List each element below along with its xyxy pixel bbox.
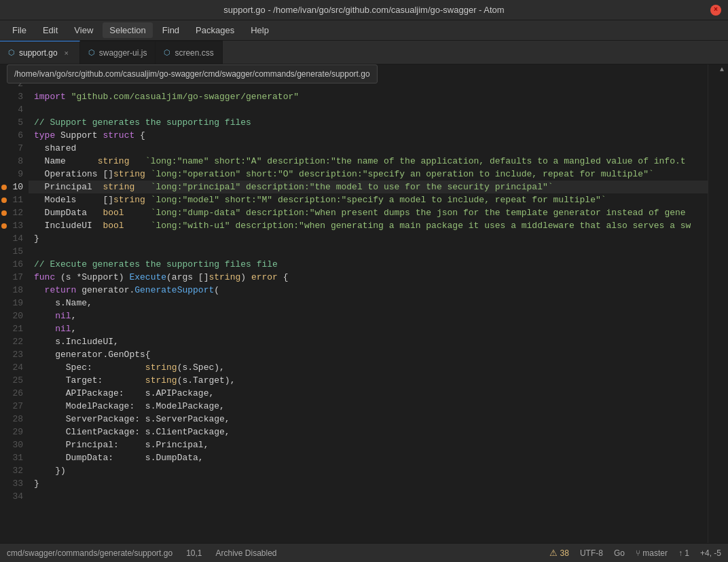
line-num-11: 11 xyxy=(0,193,23,206)
code-line-21: nil, xyxy=(29,322,708,335)
tab-screen-css[interactable]: ⬡ screen.css xyxy=(156,41,222,64)
code-line-24: Spec: string(s.Spec), xyxy=(29,361,708,374)
code-area: package generate import "github.com/casu… xyxy=(29,64,708,543)
breakpoint-dot-10 xyxy=(1,185,7,190)
menu-edit[interactable]: Edit xyxy=(36,22,65,38)
code-line-19: s.Name, xyxy=(29,297,708,310)
editor-wrapper: 1 2 3 4 5 6 7 8 9 10 11 12 13 xyxy=(0,64,728,543)
menu-help[interactable]: Help xyxy=(244,22,276,38)
line-num-16: 16 xyxy=(0,258,23,271)
menu-file[interactable]: File xyxy=(5,22,33,38)
menu-find[interactable]: Find xyxy=(156,22,186,38)
titlebar: support.go - /home/ivan/go/src/github.co… xyxy=(0,0,728,20)
code-line-29: ClientPackage: s.ClientPackage, xyxy=(29,426,708,438)
code-line-22: s.IncludeUI, xyxy=(29,335,708,348)
menu-packages[interactable]: Packages xyxy=(189,22,241,38)
line-num-17: 17 xyxy=(0,271,23,284)
line-num-32: 32 xyxy=(0,464,23,477)
tab-label-swagger-ui-js: swagger-ui.js xyxy=(99,48,147,58)
line-num-28: 28 xyxy=(0,413,23,426)
line-num-5: 5 xyxy=(0,116,23,129)
code-line-16: // Execute generates the supporting file… xyxy=(29,258,708,271)
statusbar-up-info: ↑ 1 xyxy=(678,548,689,558)
menu-view[interactable]: View xyxy=(67,22,100,38)
js-file-icon: ⬡ xyxy=(88,48,95,57)
line-num-15: 15 xyxy=(0,245,23,258)
code-line-32: }) xyxy=(29,464,708,477)
statusbar-archive: Archive Disabled xyxy=(216,548,277,558)
code-line-31: DumpData: s.DumpData, xyxy=(29,451,708,464)
close-button[interactable]: × xyxy=(710,5,721,16)
code-line-11: Models []string `long:"model" short:"M" … xyxy=(29,193,708,206)
code-line-5: // Support generates the supporting file… xyxy=(29,116,708,129)
line-num-21: 21 xyxy=(0,322,23,335)
line-num-23: 23 xyxy=(0,348,23,361)
statusbar-filepath: cmd/swagger/commands/generate/support.go xyxy=(7,548,172,558)
code-line-34 xyxy=(29,490,708,503)
warning-icon: ⚠ xyxy=(549,548,558,558)
line-num-20: 20 xyxy=(0,310,23,322)
line-num-13: 13 xyxy=(0,219,23,232)
statusbar-encoding: UTF-8 xyxy=(580,548,603,558)
line-num-19: 19 xyxy=(0,297,23,310)
line-num-22: 22 xyxy=(0,335,23,348)
line-num-4: 4 xyxy=(0,103,23,116)
tab-close-support-go[interactable]: × xyxy=(62,48,71,58)
line-num-12: 12 xyxy=(0,206,23,219)
statusbar-warning-count: 38 xyxy=(560,548,569,558)
breakpoint-dot-12 xyxy=(1,210,7,216)
code-line-9: Operations []string `long:"operation" sh… xyxy=(29,168,708,181)
breakpoint-dot-11 xyxy=(1,198,7,203)
window-title: support.go - /home/ivan/go/src/github.co… xyxy=(223,5,504,15)
statusbar-branch: master xyxy=(642,548,668,558)
line-numbers-gutter: 1 2 3 4 5 6 7 8 9 10 11 12 13 xyxy=(0,64,29,543)
code-line-15 xyxy=(29,245,708,258)
editor-container: 1 2 3 4 5 6 7 8 9 10 11 12 13 xyxy=(0,64,728,543)
statusbar-changes: +4, -5 xyxy=(700,548,721,558)
tabs-bar: ⬡ support.go × ⬡ swagger-ui.js ⬡ screen.… xyxy=(0,41,728,64)
statusbar-left: cmd/swagger/commands/generate/support.go… xyxy=(7,548,277,558)
code-line-23: generator.GenOpts{ xyxy=(29,348,708,361)
statusbar-up-count: 1 xyxy=(685,548,689,558)
line-num-33: 33 xyxy=(0,477,23,490)
statusbar-right: ⚠ 38 UTF-8 Go ⑂ master ↑ 1 +4, -5 xyxy=(549,548,721,558)
tab-support-go[interactable]: ⬡ support.go × xyxy=(0,41,80,64)
code-line-3: import "github.com/casualjim/go-swagger/… xyxy=(29,90,708,103)
line-num-29: 29 xyxy=(0,426,23,438)
statusbar-git-info: ⑂ master xyxy=(636,548,668,558)
code-line-10: Principal string `long:"principal" descr… xyxy=(29,181,708,193)
go-file-icon: ⬡ xyxy=(8,48,15,57)
line-num-9: 9 xyxy=(0,168,23,181)
code-line-20: nil, xyxy=(29,310,708,322)
line-num-27: 27 xyxy=(0,400,23,413)
css-file-icon: ⬡ xyxy=(164,48,170,57)
code-line-33: } xyxy=(29,477,708,490)
line-num-3: 3 xyxy=(0,90,23,103)
statusbar-language: Go xyxy=(614,548,625,558)
menu-selection[interactable]: Selection xyxy=(103,22,152,38)
code-line-25: Target: string(s.Target), xyxy=(29,374,708,387)
code-line-4 xyxy=(29,103,708,116)
line-num-25: 25 xyxy=(0,374,23,387)
statusbar: cmd/swagger/commands/generate/support.go… xyxy=(0,543,728,562)
code-line-13: IncludeUI bool `long:"with-ui" descripti… xyxy=(29,219,708,232)
code-line-7: shared xyxy=(29,142,708,155)
code-line-27: ModelPackage: s.ModelPackage, xyxy=(29,400,708,413)
line-num-8: 8 xyxy=(0,155,23,168)
tab-label-screen-css: screen.css xyxy=(175,48,213,58)
code-line-30: Principal: s.Principal, xyxy=(29,438,708,451)
tab-swagger-ui-js[interactable]: ⬡ swagger-ui.js xyxy=(80,41,156,64)
line-num-24: 24 xyxy=(0,361,23,374)
statusbar-warnings: ⚠ 38 xyxy=(549,548,569,558)
path-tooltip: /home/ivan/go/src/github.com/casualjim/g… xyxy=(7,64,378,83)
git-icon: ⑂ xyxy=(636,548,640,558)
statusbar-cursor: 10,1 xyxy=(186,548,202,558)
code-line-6: type Support struct { xyxy=(29,129,708,142)
line-num-14: 14 xyxy=(0,232,23,245)
line-num-34: 34 xyxy=(0,490,23,503)
line-num-31: 31 xyxy=(0,451,23,464)
code-line-18: return generator.GenerateSupport( xyxy=(29,284,708,297)
code-line-8: Name string `long:"name" short:"A" descr… xyxy=(29,155,708,168)
code-line-14: } xyxy=(29,232,708,245)
code-line-17: func (s *Support) Execute(args []string)… xyxy=(29,271,708,284)
